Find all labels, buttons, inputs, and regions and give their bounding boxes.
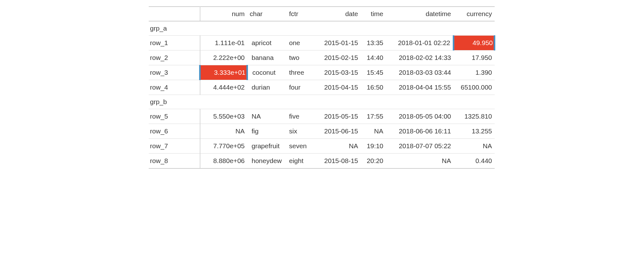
header-char: char — [247, 7, 287, 21]
group-label: grp_b — [149, 95, 495, 109]
table-row: row_11.111e-01apricotone2015-01-1513:352… — [149, 36, 495, 50]
date-cell: 2015-03-15 — [313, 65, 361, 80]
datetime-cell: 2018-06-06 16:11 — [386, 124, 454, 139]
table-row: row_88.880e+06honeydeweight2015-08-1520:… — [149, 154, 495, 169]
char-cell: apricot — [247, 36, 287, 50]
stub-cell: row_5 — [149, 109, 200, 124]
stub-cell: row_2 — [149, 50, 200, 65]
header-date: date — [313, 7, 361, 21]
num-cell: 1.111e-01 — [200, 36, 247, 50]
table-row: row_6NAfigsix2015-06-15NA2018-06-06 16:1… — [149, 124, 495, 139]
table-row: row_77.770e+05grapefruitsevenNA19:102018… — [149, 139, 495, 154]
num-cell: 7.770e+05 — [200, 139, 247, 154]
time-cell: 13:35 — [361, 36, 386, 50]
table-row: row_22.222e+00bananatwo2015-02-1514:4020… — [149, 50, 495, 65]
date-cell: 2015-05-15 — [313, 109, 361, 124]
header-datetime: datetime — [386, 7, 454, 21]
table-row: row_44.444e+02durianfour2015-04-1516:502… — [149, 80, 495, 95]
currency-cell: 0.440 — [454, 154, 495, 169]
datetime-cell: 2018-03-03 03:44 — [386, 65, 454, 80]
char-cell: honeydew — [247, 154, 287, 169]
time-cell: 20:20 — [361, 154, 386, 169]
stub-cell: row_6 — [149, 124, 200, 139]
datetime-cell: 2018-01-01 02:22 — [386, 36, 454, 50]
group-row: grp_a — [149, 21, 495, 36]
stub-cell: row_8 — [149, 154, 200, 169]
group-row: grp_b — [149, 95, 495, 109]
char-cell: coconut — [247, 65, 287, 80]
currency-cell: 13.255 — [454, 124, 495, 139]
datetime-cell: 2018-04-04 15:55 — [386, 80, 454, 95]
datetime-cell: 2018-07-07 05:22 — [386, 139, 454, 154]
char-cell: fig — [247, 124, 287, 139]
table-row: row_55.550e+03NAfive2015-05-1517:552018-… — [149, 109, 495, 124]
fctr-cell: four — [287, 80, 313, 95]
date-cell: 2015-04-15 — [313, 80, 361, 95]
fctr-cell: seven — [287, 139, 313, 154]
currency-cell: 1.390 — [454, 65, 495, 80]
currency-cell: 17.950 — [454, 50, 495, 65]
header-time: time — [361, 7, 386, 21]
currency-cell: NA — [454, 139, 495, 154]
date-cell: 2015-06-15 — [313, 124, 361, 139]
date-cell: 2015-01-15 — [313, 36, 361, 50]
num-cell: 3.333e+01 — [200, 65, 247, 80]
datetime-cell: 2018-02-02 14:33 — [386, 50, 454, 65]
fctr-cell: two — [287, 50, 313, 65]
fctr-cell: five — [287, 109, 313, 124]
datetime-cell: 2018-05-05 04:00 — [386, 109, 454, 124]
currency-cell: 65100.000 — [454, 80, 495, 95]
header-stub — [149, 7, 200, 21]
time-cell: 14:40 — [361, 50, 386, 65]
header-row: num char fctr date time datetime currenc… — [149, 7, 495, 21]
table-row: row_33.333e+01coconutthree2015-03-1515:4… — [149, 65, 495, 80]
currency-cell: 1325.810 — [454, 109, 495, 124]
fctr-cell: six — [287, 124, 313, 139]
char-cell: NA — [247, 109, 287, 124]
stub-cell: row_7 — [149, 139, 200, 154]
time-cell: 19:10 — [361, 139, 386, 154]
char-cell: banana — [247, 50, 287, 65]
date-cell: 2015-02-15 — [313, 50, 361, 65]
num-cell: 2.222e+00 — [200, 50, 247, 65]
fctr-cell: eight — [287, 154, 313, 169]
date-cell: NA — [313, 139, 361, 154]
stub-cell: row_1 — [149, 36, 200, 50]
currency-cell: 49.950 — [454, 36, 495, 50]
header-num: num — [200, 7, 247, 21]
group-label: grp_a — [149, 21, 495, 36]
stub-cell: row_4 — [149, 80, 200, 95]
time-cell: 17:55 — [361, 109, 386, 124]
fctr-cell: three — [287, 65, 313, 80]
num-cell: 4.444e+02 — [200, 80, 247, 95]
char-cell: grapefruit — [247, 139, 287, 154]
num-cell: NA — [200, 124, 247, 139]
header-currency: currency — [454, 7, 495, 21]
datetime-cell: NA — [386, 154, 454, 169]
num-cell: 5.550e+03 — [200, 109, 247, 124]
time-cell: NA — [361, 124, 386, 139]
date-cell: 2015-08-15 — [313, 154, 361, 169]
time-cell: 16:50 — [361, 80, 386, 95]
time-cell: 15:45 — [361, 65, 386, 80]
gt-table-container: num char fctr date time datetime currenc… — [149, 6, 495, 169]
fctr-cell: one — [287, 36, 313, 50]
stub-cell: row_3 — [149, 65, 200, 80]
data-table: num char fctr date time datetime currenc… — [149, 6, 495, 169]
num-cell: 8.880e+06 — [200, 154, 247, 169]
char-cell: durian — [247, 80, 287, 95]
header-fctr: fctr — [287, 7, 313, 21]
